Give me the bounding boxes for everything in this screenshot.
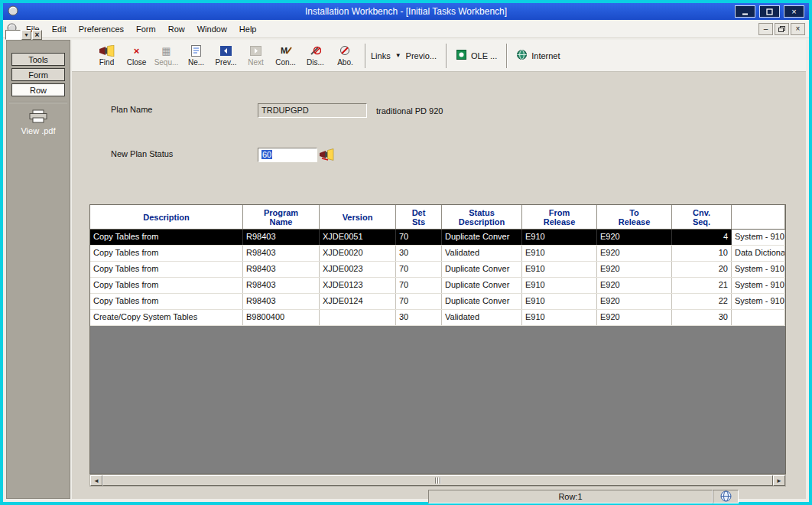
title-bar[interactable]: Installation Workbench - [Initial Tasks … [3,3,809,20]
grid-cell[interactable]: E920 [597,262,672,277]
internet-link[interactable]: Internet [531,51,560,60]
grid-cell[interactable]: E920 [597,246,672,261]
grid-cell[interactable]: B9800400 [243,310,320,325]
grid-cell[interactable]: Duplicate Conver [442,278,522,293]
mdi-minimize-button[interactable]: – [758,23,773,35]
grid-cell[interactable]: 70 [396,294,442,309]
ole-link[interactable]: OLE ... [471,51,497,60]
grid-header-cell[interactable]: Description [90,205,243,229]
grid-cell[interactable]: E910 [522,294,597,309]
scroll-left-button[interactable]: ◄ [90,475,102,486]
grid-header-cell[interactable]: Det Sts [396,205,442,229]
maximize-button[interactable] [759,5,780,18]
grid-cell[interactable]: Duplicate Conver [442,294,522,309]
menu-window[interactable]: Window [191,22,233,36]
grid-cell[interactable]: System - 910 [732,278,785,293]
grid-row[interactable]: Create/Copy System TablesB980040030Valid… [90,310,785,326]
scroll-right-button[interactable]: ► [773,475,785,486]
grid-cell[interactable]: R98403 [243,230,320,245]
grid-cell[interactable]: 70 [396,262,442,277]
fastpath-dropdown-button[interactable]: ▼ [21,30,31,40]
find-button[interactable]: Find [92,41,122,70]
close-window-button[interactable]: × [784,5,804,18]
menu-form[interactable]: Form [130,22,162,36]
grid-cell[interactable]: Copy Tables from [90,230,243,245]
grid-header-cell[interactable]: Program Name [243,205,320,229]
grid-header-cell[interactable] [732,205,785,229]
grid-cell[interactable]: E920 [597,278,672,293]
grid-header-cell[interactable]: From Release [522,205,597,229]
grid-cell[interactable]: System - 910 [732,294,785,309]
display-button[interactable]: Dis... [300,41,330,70]
close-button[interactable]: × Close [122,41,151,70]
grid-cell[interactable]: Copy Tables from [90,278,243,293]
fastpath-combo[interactable] [5,30,21,40]
grid-cell[interactable]: XJDE0023 [320,262,396,277]
grid-header-cell[interactable]: Version [320,205,396,229]
grid-cell[interactable]: 30 [396,246,442,261]
grid-header-cell[interactable]: Cnv. Seq. [672,205,732,229]
grid-cell[interactable]: Validated [442,246,522,261]
grid-cell[interactable]: Create/Copy System Tables [90,310,243,325]
grid-row[interactable]: Copy Tables fromR98403XJDE002030Validate… [90,246,785,262]
minimize-button[interactable] [735,5,755,18]
grid-header-cell[interactable]: Status Description [442,205,522,229]
previous-link[interactable]: Previo... [406,51,437,60]
fastpath-close-button[interactable]: × [32,30,42,40]
sidebar-tab-tools[interactable]: Tools [11,53,65,66]
grid-cell[interactable]: Duplicate Conver [442,262,522,277]
chevron-down-icon[interactable]: ▼ [395,52,401,59]
sidebar-tab-form[interactable]: Form [11,68,65,81]
sidebar-tab-row[interactable]: Row [11,83,65,96]
menu-edit[interactable]: Edit [46,22,73,36]
mdi-restore-button[interactable] [775,23,789,35]
grid-cell[interactable]: R98403 [243,294,320,309]
view-pdf-item[interactable]: View .pdf [21,109,55,135]
grid-cell[interactable]: E910 [522,310,597,325]
grid-row[interactable]: Copy Tables fromR98403XJDE012470Duplicat… [90,294,785,310]
grid-cell[interactable]: R98403 [243,246,320,261]
grid-cell[interactable]: System - 910 [732,230,785,245]
menu-help[interactable]: Help [233,22,263,36]
grid-cell[interactable]: Duplicate Conver [442,230,522,245]
grid-cell[interactable]: 4 [672,230,732,245]
grid-cell[interactable]: E910 [522,246,597,261]
horizontal-scrollbar[interactable]: ◄ ► [89,474,786,487]
visual-assist-button[interactable] [318,148,335,162]
grid-cell[interactable]: XJDE0124 [320,294,396,309]
grid-cell[interactable]: R98403 [243,262,320,277]
grid-cell[interactable]: XJDE0020 [320,246,396,261]
menu-row[interactable]: Row [162,22,191,36]
grid-cell[interactable]: E920 [597,294,672,309]
links-label[interactable]: Links [371,51,391,60]
grid-cell[interactable]: 10 [672,246,732,261]
mdi-close-button[interactable]: × [791,23,805,35]
grid-cell[interactable]: Copy Tables from [90,294,243,309]
grid-header-cell[interactable]: To Release [597,205,672,229]
grid-cell[interactable]: 30 [672,310,732,325]
grid-cell[interactable]: 20 [672,262,732,277]
grid-cell[interactable]: Copy Tables from [90,262,243,277]
previous-button[interactable]: Prev... [211,41,241,70]
grid-cell[interactable]: E910 [522,230,597,245]
grid-cell[interactable]: E910 [522,278,597,293]
grid-cell[interactable] [320,310,396,325]
grid-row[interactable]: Copy Tables fromR98403XJDE012370Duplicat… [90,278,785,294]
grid-cell[interactable]: 22 [672,294,732,309]
grid-cell[interactable]: Copy Tables from [90,246,243,261]
menu-preferences[interactable]: Preferences [73,22,130,36]
grid-cell[interactable]: E910 [522,262,597,277]
new-button[interactable]: Ne... [181,41,211,70]
grid-cell[interactable]: R98403 [243,278,320,293]
grid-cell[interactable] [732,310,785,325]
grid-cell[interactable]: 70 [396,278,442,293]
grid-cell[interactable]: 30 [396,310,442,325]
grid-row[interactable]: Copy Tables fromR98403XJDE005170Duplicat… [90,230,785,246]
grid-cell[interactable]: Data Dictionary [732,246,785,261]
grid-cell[interactable]: Validated [442,310,522,325]
grid-cell[interactable]: E920 [597,230,672,245]
grid-cell[interactable]: 70 [396,230,442,245]
grid-cell[interactable]: XJDE0123 [320,278,396,293]
continue-button[interactable]: M Con... [271,41,300,70]
grid-cell[interactable]: System - 910 [732,262,785,277]
